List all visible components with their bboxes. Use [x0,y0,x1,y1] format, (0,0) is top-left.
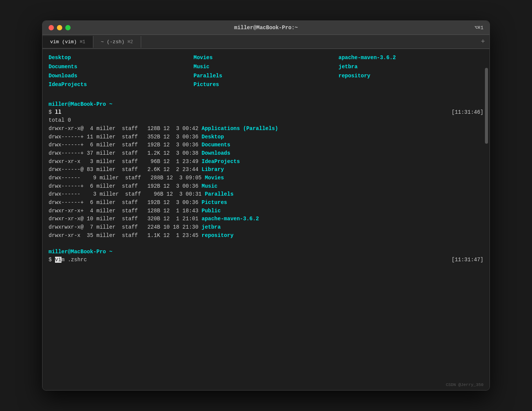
dirname: Movies [205,175,224,181]
dirname: apache-maven-3.6.2 [201,216,259,222]
prompt-user-host: miller@MacBook-Pro ~ [49,101,112,107]
table-row: drwxr-xr-x@ 10 miller staff 320B 12 1 21… [49,215,483,223]
dirname: Downloads [201,150,230,156]
dirname: Applications (Parallels) [201,125,278,132]
ll-rows: drwxr-xr-x@ 4 miller staff 128B 12 3 00:… [49,125,483,240]
dirname: Library [201,166,224,173]
dollar-sign: $ [49,109,55,115]
terminal-window: miller@MacBook-Pro:~ ⌥⌘1 vim (vim) ⌘1 ~ … [42,20,490,391]
list-item: Parallels [194,72,338,81]
table-row: drwx------+ 6 miller staff 192B 12 3 00:… [49,141,483,149]
list-item: IdeaProjects [49,80,194,89]
list-item: Music [194,63,338,72]
list-item: Pictures [194,80,338,89]
terminal-body: Desktop Documents Downloads IdeaProjects… [42,49,490,390]
dirname: repository [201,232,233,238]
prompt-user-host-2: miller@MacBook-Pro ~ [49,249,112,255]
dirname: IdeaProjects [201,158,240,165]
window-shortcut: ⌥⌘1 [475,25,483,31]
tab-zsh-shortcut: ⌘2 [127,39,133,45]
tab-zsh-label: ~ (-zsh) [101,39,124,45]
close-button[interactable] [49,25,54,30]
prompt-2: miller@MacBook-Pro ~ [49,248,483,256]
dirname: Pictures [201,199,227,206]
dirname: Documents [201,142,230,148]
table-row: drwxr-xr-x 35 miller staff 1.1K 12 1 23:… [49,232,483,240]
list-item: jetbra [338,63,483,72]
ls-output: Desktop Documents Downloads IdeaProjects… [49,53,483,89]
list-item: Movies [194,53,338,63]
timestamp-2: [11:31:47] [452,256,483,264]
total-line: total 0 [49,116,483,125]
window-title: miller@MacBook-Pro:~ [234,25,298,31]
tab-vim-label: vim (vim) [50,39,77,45]
table-row: drwx------ 3 miller staff 96B 12 3 00:31… [49,190,483,199]
table-row: drwx------@ 83 miller staff 2.6K 12 2 23… [49,166,483,174]
list-item: repository [338,72,483,81]
command-ll: ll [55,109,61,115]
vim-highlight: vi [55,257,61,263]
list-item: Downloads [49,72,194,81]
dirname: jetbra [201,224,220,230]
ls-col-3: apache-maven-3.6.2 jetbra repository [338,53,483,89]
table-row: drwxr-xr-x 3 miller staff 96B 12 1 23:49… [49,158,483,166]
dirname: Desktop [201,134,224,140]
timestamp-1: [11:31:46] [452,108,483,116]
ls-col-1: Desktop Documents Downloads IdeaProjects [49,53,194,89]
table-row: drwx------+ 37 miller staff 1.2K 12 3 00… [49,149,483,158]
tab-bar: vim (vim) ⌘1 ~ (-zsh) ⌘2 + [42,35,490,49]
table-row: drwx------+ 6 miller staff 192B 12 3 00:… [49,182,483,191]
prompt-1: miller@MacBook-Pro ~ [49,100,483,108]
dollar-sign-2: $ [49,257,55,263]
minimize-button[interactable] [57,25,62,30]
maximize-button[interactable] [65,25,71,30]
table-row: drwxrwxr-x@ 7 miller staff 224B 10 18 21… [49,223,483,232]
table-row: drwxr-xr-x+ 4 miller staff 128B 12 1 18:… [49,207,483,215]
dirname: Parallels [205,191,234,197]
table-row: drwxr-xr-x@ 4 miller staff 128B 12 3 00:… [49,125,483,133]
tab-vim[interactable]: vim (vim) ⌘1 [42,36,93,48]
list-item: Desktop [49,53,194,63]
dirname: Public [201,208,220,214]
table-row: drwx------ 9 miller staff 288B 12 3 09:0… [49,174,483,182]
command-ll-line: $ ll [11:31:46] [49,108,483,116]
list-item: apache-maven-3.6.2 [338,53,483,63]
tab-vim-shortcut: ⌘1 [80,39,85,45]
scrollbar[interactable] [485,68,488,144]
title-bar: miller@MacBook-Pro:~ ⌥⌘1 [42,21,490,35]
table-row: drwx------+ 11 miller staff 352B 12 3 00… [49,133,483,141]
footer-note: CSDN @Jerry_350 [446,382,483,388]
list-item: Documents [49,63,194,72]
cmd-vim-rest: m .zshrc [61,257,87,263]
new-tab-button[interactable]: + [476,35,490,49]
table-row: drwx------+ 6 miller staff 192B 12 3 00:… [49,199,483,207]
command-vim-line: $ vim .zshrc [11:31:47] [49,256,483,264]
dirname: Music [201,183,217,189]
ls-col-2: Movies Music Parallels Pictures [194,53,338,89]
traffic-lights [49,25,71,30]
tab-zsh[interactable]: ~ (-zsh) ⌘2 [93,36,141,48]
